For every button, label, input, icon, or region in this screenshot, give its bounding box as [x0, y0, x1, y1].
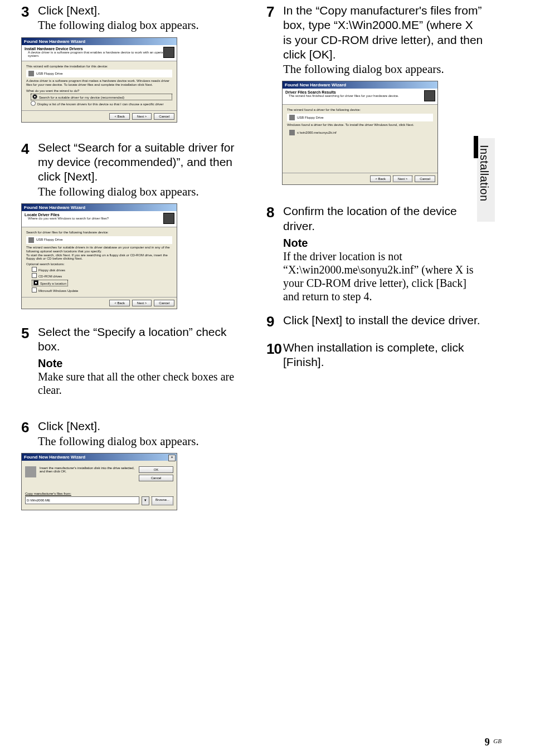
wizard-locate-files: Found New Hardware Wizard Locate Driver … — [21, 203, 177, 309]
wizard-copy-from: Found New Hardware Wizard × Insert the m… — [21, 453, 177, 510]
cancel-button[interactable]: Cancel — [154, 113, 174, 120]
wizard-top: Insert the manufacturer's installation d… — [22, 461, 177, 486]
radio-display-list[interactable]: Display a list of the known drivers for … — [31, 101, 172, 106]
step-instruction: Click [Next]. — [38, 4, 100, 17]
wizard-header: Locate Driver Files Where do you want Wi… — [22, 211, 177, 227]
step-result: The following dialog box appears. — [38, 18, 199, 32]
wizard-subheading: A device driver is a software program th… — [28, 51, 174, 58]
step-number: 4 — [21, 140, 36, 158]
wizard-header: Driver Files Search Results The wizard h… — [283, 89, 437, 105]
wizard-buttons: < Back Next > Cancel — [22, 297, 177, 309]
back-button[interactable]: < Back — [109, 113, 130, 120]
driver-path-row: c:\win2000.me\sonyu2k.inf — [287, 129, 433, 136]
ok-button[interactable]: OK — [139, 466, 173, 473]
wizard-buttons: < Back Next > Cancel — [22, 110, 177, 122]
wizard-question: What do you want the wizard to do? — [26, 89, 172, 93]
next-button[interactable]: Next > — [132, 300, 152, 306]
close-icon[interactable]: × — [168, 455, 176, 461]
cancel-button[interactable]: Cancel — [415, 175, 435, 182]
next-button[interactable]: Next > — [393, 175, 413, 182]
wizard-install-drivers: Found New Hardware Wizard Install Hardwa… — [21, 37, 177, 123]
wizard-text: A device driver is a software program th… — [26, 79, 172, 87]
wizard-body: Search for driver files for the followin… — [22, 227, 177, 297]
device-row: USB Floppy Drive — [26, 70, 172, 77]
cancel-button[interactable]: Cancel — [139, 475, 173, 481]
device-name: USB Floppy Drive — [36, 238, 63, 242]
wizard-bottom: Copy manufacturer's files from: ▾ Browse… — [22, 486, 177, 510]
wizard-question: Optional search locations: — [26, 262, 172, 266]
step-8: 8 Confirm the location of the device dri… — [266, 204, 488, 303]
step-instruction: Select the “Specify a location” check bo… — [38, 325, 227, 353]
wizard-buttons: < Back Next > Cancel — [283, 173, 437, 184]
note-label: Note — [283, 237, 484, 250]
wizard-search-results: Found New Hardware Wizard Driver Files S… — [282, 81, 438, 185]
wizard-titlebar: Found New Hardware Wizard — [283, 81, 437, 89]
cancel-button[interactable]: Cancel — [154, 300, 174, 306]
step-number: 3 — [21, 3, 36, 21]
step-3: 3 Click [Next]. The following dialog box… — [21, 3, 244, 33]
step-instruction: Select “Search for a suitable driver for… — [38, 141, 235, 183]
wizard-heading: Install Hardware Device Drivers — [25, 47, 83, 51]
step-instruction: Click [Next] to install the device drive… — [283, 314, 480, 326]
wizard-text: Search for driver files for the followin… — [26, 231, 172, 235]
browse-button[interactable]: Browse... — [152, 496, 173, 505]
driver-path: c:\win2000.me\sonyu2k.inf — [297, 131, 337, 135]
wizard-heading: Locate Driver Files — [25, 213, 60, 217]
wizard-text: To start the search, click Next. If you … — [26, 253, 172, 261]
note-text: Make sure that all the other check boxes… — [38, 370, 239, 397]
step-instruction: Click [Next]. — [38, 420, 100, 432]
radio-search-suitable[interactable]: Search for a suitable driver for my devi… — [31, 94, 172, 100]
left-column: 3 Click [Next]. The following dialog box… — [21, 0, 244, 510]
step-number: 5 — [21, 325, 36, 342]
checkbox-cdrom[interactable]: CD-ROM drives — [32, 273, 172, 279]
wizard-text: Windows found a driver for this device. … — [287, 123, 433, 127]
device-row: USB Floppy Drive — [26, 236, 172, 244]
checkbox-floppy[interactable]: Floppy disk drives — [32, 267, 172, 272]
step-body: Confirm the location of the device drive… — [283, 204, 484, 303]
wizard-titlebar: Found New Hardware Wizard — [22, 204, 177, 211]
dropdown-arrow-icon[interactable]: ▾ — [142, 496, 149, 505]
back-button[interactable]: < Back — [370, 175, 391, 182]
step-5: 5 Select the “Specify a location” check … — [21, 325, 244, 397]
step-6: 6 Click [Next]. The following dialog box… — [21, 419, 244, 448]
note-label: Note — [38, 357, 239, 370]
step-number: 6 — [21, 419, 36, 436]
step-4: 4 Select “Search for a suitable driver f… — [21, 140, 244, 199]
wizard-text: The wizard found a driver for the follow… — [287, 108, 433, 112]
wizard-heading: Driver Files Search Results — [285, 90, 336, 94]
page: Installation 3 Click [Next]. The followi… — [0, 0, 535, 756]
right-column: 7 In the “Copy manufacturer's files from… — [266, 0, 488, 510]
step-7: 7 In the “Copy manufacturer's files from… — [266, 3, 488, 76]
wizard-subheading: The wizard has finished searching for dr… — [289, 94, 435, 98]
step-instruction: When installation is complete, click [Fi… — [283, 341, 464, 368]
wizard-body: This wizard will complete the installati… — [22, 61, 177, 110]
wizard-buttons-right: OK Cancel — [139, 466, 173, 483]
page-lang: GB — [493, 738, 502, 744]
step-number: 7 — [266, 3, 281, 21]
next-button[interactable]: Next > — [132, 113, 152, 120]
step-body: Select the “Specify a location” check bo… — [38, 325, 239, 397]
device-icon — [163, 47, 174, 58]
device-icon — [424, 90, 435, 101]
wizard-header: Install Hardware Device Drivers A device… — [22, 45, 177, 61]
disk-icon — [25, 466, 36, 477]
step-body: Select “Search for a suitable driver for… — [38, 140, 239, 199]
back-button[interactable]: < Back — [109, 300, 130, 306]
path-input[interactable] — [25, 496, 139, 504]
step-number: 9 — [266, 313, 281, 330]
wizard-text: The wizard searches for suitable drivers… — [26, 246, 172, 253]
wizard-body: The wizard found a driver for the follow… — [283, 105, 437, 173]
step-instruction: In the “Copy manufacturer's files from” … — [283, 4, 483, 61]
wizard-text: This wizard will complete the installati… — [26, 65, 172, 69]
step-number: 8 — [266, 204, 281, 221]
step-result: The following dialog box appears. — [38, 185, 199, 198]
step-body: Click [Next]. The following dialog box a… — [38, 419, 239, 448]
columns: 3 Click [Next]. The following dialog box… — [21, 0, 502, 510]
checkbox-specify-location[interactable]: Specify a location — [32, 280, 68, 286]
step-instruction: Confirm the location of the device drive… — [283, 204, 457, 232]
step-result: The following dialog box appears. — [38, 435, 199, 448]
checkbox-windows-update[interactable]: Microsoft Windows Update — [32, 287, 172, 293]
section-tab-label: Installation — [478, 145, 490, 202]
device-icon — [163, 213, 174, 224]
page-footer: 9 GB — [485, 737, 502, 748]
